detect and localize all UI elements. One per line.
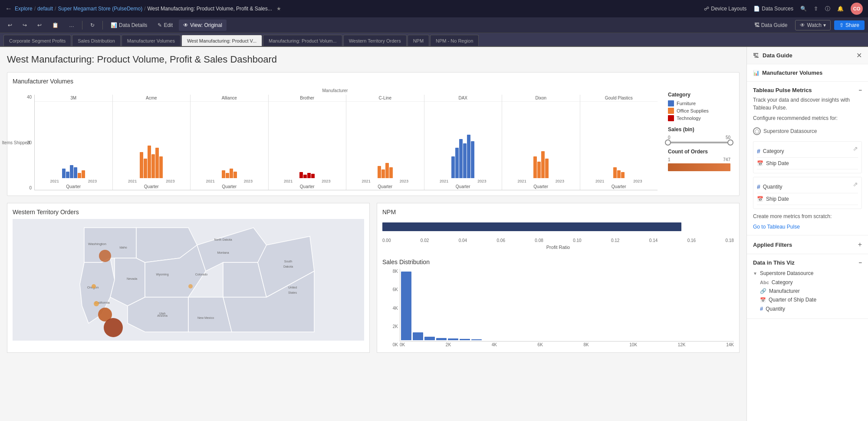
- slider-left-thumb[interactable]: [665, 139, 671, 146]
- svg-text:Washington: Washington: [88, 242, 106, 246]
- watch-button[interactable]: 👁 Watch ▾: [795, 20, 831, 30]
- svg-text:North Dakota: North Dakota: [214, 238, 232, 241]
- svg-text:New Mexico: New Mexico: [197, 316, 214, 319]
- metric-group-1: # Category 📅 Ship Date ⇗: [753, 141, 862, 173]
- tab-bar: Corporate Segment Profits Sales Distribu…: [0, 33, 868, 47]
- hash-field-icon: #: [760, 305, 763, 312]
- calendar-icon: 📅: [757, 160, 763, 166]
- npm-bar: [382, 222, 681, 231]
- tab-corporate[interactable]: Corporate Segment Profits: [3, 35, 71, 46]
- map-dot-portland[interactable]: [99, 250, 111, 262]
- tab-western-territory[interactable]: Western Territory Orders: [343, 35, 407, 46]
- tab-sales-dist[interactable]: Sales Distribution: [72, 35, 121, 46]
- map-dot-sandiego[interactable]: [104, 318, 123, 337]
- undo-button[interactable]: ↩: [3, 20, 16, 31]
- share-button[interactable]: ⇧ Share: [834, 20, 865, 30]
- y-axis: Items Shipped 40 20 0: [13, 95, 34, 190]
- map-dot-denver[interactable]: [188, 284, 193, 288]
- manufacturer-chart-title: Manufacturer Volumes: [13, 78, 734, 85]
- create-more-section: Create more metrics from scratch: Go to …: [753, 212, 862, 230]
- svg-text:Dakota: Dakota: [283, 265, 293, 268]
- datasource-name: Superstore Datasource: [763, 128, 817, 134]
- data-in-viz-title: Data in This Viz −: [753, 259, 862, 266]
- help-button[interactable]: ⓘ: [825, 5, 830, 13]
- topbar-right: ☍ Device Layouts 📄 Data Sources 🔍 ⇧ ⓘ 🔔 …: [704, 3, 863, 15]
- orders-label: Count of Orders: [668, 149, 730, 155]
- map-dot-sacramento[interactable]: [92, 284, 96, 288]
- data-guide-icon: 🏗: [754, 22, 760, 28]
- tab-manufacturing[interactable]: Manufacturing: Product Volum...: [263, 35, 342, 46]
- western-territory-panel: Western Territory Orders: [7, 203, 370, 353]
- publish-button[interactable]: ⇧: [814, 6, 818, 12]
- tab-npm-no-region[interactable]: NPM - No Region: [430, 35, 479, 46]
- notifications-button[interactable]: 🔔: [837, 6, 844, 12]
- view-original-button[interactable]: 👁 View: Original: [179, 20, 227, 31]
- datasource-item: ◯ Superstore Datasource: [753, 125, 862, 138]
- data-guide-sidebar-icon: 🏗: [753, 52, 759, 59]
- user-avatar[interactable]: CO: [851, 3, 863, 15]
- hash-icon-2: #: [757, 183, 760, 190]
- sidebar-header-title: Data Guide: [763, 52, 792, 59]
- edit-button[interactable]: ✎ Edit: [153, 20, 177, 31]
- redo-button[interactable]: ↪: [18, 20, 31, 31]
- breadcrumb-default[interactable]: default: [37, 6, 53, 12]
- link-icon: 🔗: [760, 288, 766, 294]
- applied-filters-title: Applied Filters: [753, 242, 792, 248]
- go-to-pulse-link[interactable]: Go to Tableau Pulse: [753, 224, 800, 230]
- breadcrumb-store[interactable]: Super Megamart Store (PulseDemo): [58, 6, 142, 12]
- more-button[interactable]: …: [65, 20, 79, 31]
- sales-chart-area: 8K 6K 4K 2K 0K: [382, 269, 734, 347]
- undo2-button[interactable]: ↩: [33, 20, 46, 31]
- toolbar: ↩ ↪ ↩ 📋 … ↻ 📊 Data Details ✎ Edit 👁 View…: [0, 17, 868, 33]
- search-button[interactable]: 🔍: [800, 6, 807, 12]
- tab-manufacturer[interactable]: Manufacturer Volumes: [122, 35, 181, 46]
- sales-bin-slider[interactable]: [668, 142, 730, 143]
- y-tick-icon: Items Shipped: [2, 140, 30, 145]
- pulse-section-title: Tableau Pulse Metrics −: [753, 87, 862, 93]
- breadcrumb-current: West Manufacturing: Product Volume, Prof…: [148, 6, 272, 12]
- sidebar-close-button[interactable]: ✕: [856, 51, 862, 60]
- metric-category: # Category: [757, 145, 858, 158]
- data-guide-button[interactable]: 🏗 Data Guide: [750, 20, 792, 31]
- data-details-button[interactable]: 📊 Data Details: [106, 20, 151, 31]
- favorite-star[interactable]: ★: [276, 6, 281, 12]
- slider-labels: 0 50: [668, 135, 730, 140]
- mfr-panel-cline: C-Line 20212023 Quarte: [346, 95, 424, 190]
- svg-text:Nevada: Nevada: [127, 277, 137, 280]
- configure-label: Configure recommended metrics for:: [753, 115, 862, 121]
- tab-npm[interactable]: NPM: [408, 35, 429, 46]
- data-in-viz-collapse-button[interactable]: −: [858, 259, 862, 266]
- clone-button[interactable]: 📋: [48, 20, 63, 31]
- data-sources-button[interactable]: 📄 Data Sources: [753, 6, 793, 12]
- page-title: West Manufacturing: Product Volume, Prof…: [7, 54, 740, 65]
- breadcrumb-explore[interactable]: Explore: [15, 6, 33, 12]
- metric-ship-date-2: 📅 Ship Date: [757, 193, 858, 205]
- svg-text:United: United: [288, 286, 297, 289]
- sales-dist-title: Sales Distribution: [382, 259, 734, 265]
- data-in-viz-section: Data in This Viz − ▼ Superstore Datasour…: [747, 254, 868, 319]
- category-label: Category: [668, 92, 730, 98]
- sales-y-axis: 8K 6K 4K 2K 0K: [382, 269, 400, 347]
- expand-metric-1-button[interactable]: ⇗: [853, 145, 858, 152]
- data-source-row[interactable]: ▼ Superstore Datasource: [753, 269, 862, 278]
- field-quarter-ship-date: 📅 Quarter of Ship Date: [753, 295, 862, 304]
- add-filter-button[interactable]: +: [858, 241, 862, 249]
- back-button[interactable]: ←: [5, 5, 12, 13]
- top-bar: ← Explore / default / Super Megamart Sto…: [0, 0, 868, 17]
- slider-right-thumb[interactable]: [727, 139, 733, 146]
- refresh-button[interactable]: ↻: [86, 20, 99, 31]
- data-details-icon: 📊: [111, 22, 117, 28]
- applied-filters-section: Applied Filters +: [747, 235, 868, 254]
- western-territory-title: Western Territory Orders: [13, 209, 364, 215]
- pulse-collapse-button[interactable]: −: [858, 87, 862, 93]
- device-layouts-button[interactable]: ☍ Device Layouts: [704, 6, 746, 12]
- field-category: Abc Category: [753, 278, 862, 287]
- tab-west-manufacturing[interactable]: West Manufacturing: Product V...: [181, 35, 262, 46]
- map-dot-sf[interactable]: [94, 301, 99, 306]
- mfr-panel-dixon: Dixon 20212023 Quarter: [502, 95, 580, 190]
- orders-bar-labels: 1 747: [668, 157, 730, 162]
- svg-text:South: South: [284, 260, 292, 263]
- npm-bar-container: [382, 222, 734, 231]
- expand-metric-2-button[interactable]: ⇗: [853, 181, 858, 188]
- field-quantity: # Quantity: [753, 304, 862, 313]
